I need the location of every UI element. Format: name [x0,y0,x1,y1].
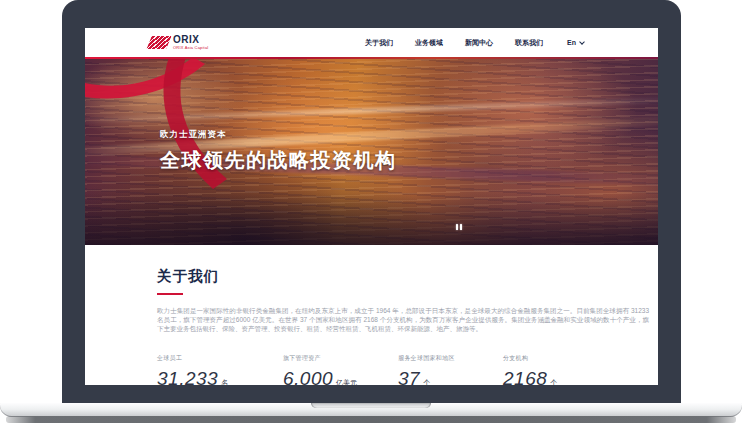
stat-unit: 个 [423,378,430,385]
stat-label: 服务全球国家和地区 [398,354,503,363]
stat-value-row: 6,000 亿美元 [283,368,398,385]
stats-row: 全球员工 31,233 名 旗下管理资产 6,000 亿美元 [157,354,646,385]
pause-icon [460,224,462,230]
stat-employees: 全球员工 31,233 名 [157,354,283,385]
about-heading: 关于我们 [157,267,646,286]
logo-name: ORIX [173,35,208,45]
orix-logo[interactable]: ORIX ORIX Asia Capital [149,35,208,51]
about-paragraph: 欧力士集团是一家国际性的非银行类金融集团，在纽约及东京上市，成立于 1964 年… [157,306,649,334]
stat-value: 37 [398,368,420,385]
stat-unit: 亿美元 [336,378,357,385]
stat-label: 全球员工 [157,354,283,363]
laptop-screen: ORIX ORIX Asia Capital 关于我们 业务领域 新闻中心 联系… [85,28,658,385]
page: ORIX ORIX Asia Capital 关于我们 业务领域 新闻中心 联系… [0,0,742,429]
nav-item-news[interactable]: 新闻中心 [465,38,493,48]
stat-unit: 个 [550,378,557,385]
stat-value: 6,000 [283,368,333,385]
hero-banner: 欧力士亚洲资本 全球领先的战略投资机构 [85,57,658,245]
stat-countries: 服务全球国家和地区 37 个 [398,354,503,385]
stat-value-row: 37 个 [398,368,503,385]
stat-label: 分支机构 [503,354,633,363]
orix-logo-text: ORIX ORIX Asia Capital [173,35,208,51]
heading-divider [157,293,183,295]
nav-item-about[interactable]: 关于我们 [365,38,393,48]
hero-title: 全球领先的战略投资机构 [160,147,397,174]
stat-value-row: 2168 个 [503,368,633,385]
laptop-base-notch [311,403,431,408]
orix-logo-icon [146,36,171,49]
laptop-base [0,403,742,417]
language-label: En [567,39,576,46]
stat-value: 31,233 [157,368,218,385]
main-nav: 关于我们 业务领域 新闻中心 联系我们 En [365,38,584,48]
stat-branches: 分支机构 2168 个 [503,354,633,385]
hero-copy: 欧力士亚洲资本 全球领先的战略投资机构 [160,129,397,174]
stat-assets: 旗下管理资产 6,000 亿美元 [283,354,398,385]
hero-kicker: 欧力士亚洲资本 [160,129,397,141]
site-header: ORIX ORIX Asia Capital 关于我们 业务领域 新闻中心 联系… [85,28,658,57]
about-section: 关于我们 欧力士集团是一家国际性的非银行类金融集团，在纽约及东京上市，成立于 1… [85,245,658,385]
laptop-shadow [6,416,736,423]
stat-value: 2168 [503,368,547,385]
pause-icon [456,224,458,230]
laptop-bezel: ORIX ORIX Asia Capital 关于我们 业务领域 新闻中心 联系… [62,0,681,404]
language-switcher[interactable]: En [567,39,584,46]
stat-value-row: 31,233 名 [157,368,283,385]
hero-pause-button[interactable] [453,222,465,232]
nav-item-contact[interactable]: 联系我们 [515,38,543,48]
stat-label: 旗下管理资产 [283,354,398,363]
stat-unit: 名 [221,378,228,385]
nav-item-business[interactable]: 业务领域 [415,38,443,48]
logo-tagline: ORIX Asia Capital [173,46,208,50]
hero-accent-line [85,57,658,59]
chevron-down-icon [579,39,585,45]
